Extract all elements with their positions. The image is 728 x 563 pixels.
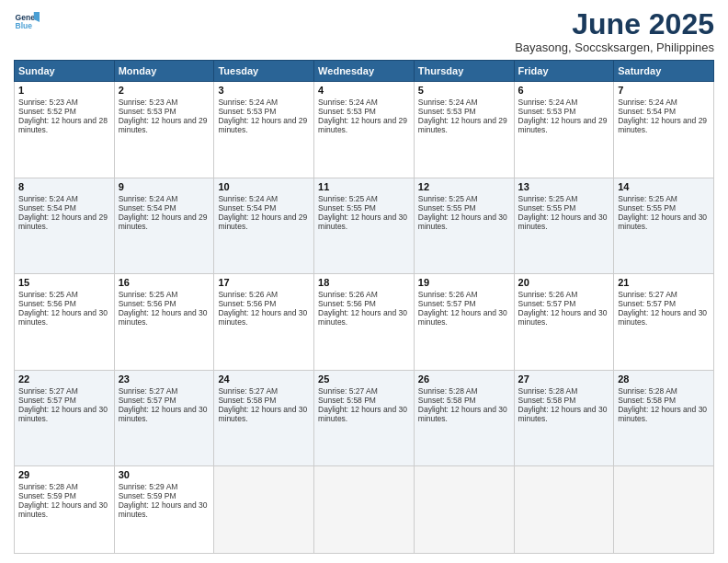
- sunrise-text: Sunrise: 5:27 AM: [18, 386, 110, 396]
- calendar-cell: 14Sunrise: 5:25 AMSunset: 5:55 PMDayligh…: [614, 178, 714, 274]
- sunrise-text: Sunrise: 5:28 AM: [618, 386, 710, 396]
- day-number: 13: [518, 181, 610, 192]
- sunrise-text: Sunrise: 5:27 AM: [318, 386, 410, 396]
- day-number: 16: [119, 277, 210, 288]
- sunset-text: Sunset: 5:56 PM: [318, 299, 410, 308]
- day-number: 5: [418, 85, 510, 96]
- sunset-text: Sunset: 5:55 PM: [518, 203, 610, 213]
- sunrise-text: Sunrise: 5:29 AM: [119, 482, 210, 491]
- calendar-cell: 4Sunrise: 5:24 AMSunset: 5:53 PMDaylight…: [314, 82, 415, 178]
- sunrise-text: Sunrise: 5:28 AM: [18, 482, 110, 491]
- day-number: 18: [318, 277, 410, 288]
- location: Bayasong, Soccsksargen, Philippines: [515, 40, 714, 54]
- daylight-text: Daylight: 12 hours and 29 minutes.: [618, 116, 710, 134]
- calendar-cell: [314, 466, 415, 554]
- day-number: 26: [418, 373, 510, 385]
- day-number: 21: [618, 277, 710, 288]
- calendar-cell: 21Sunrise: 5:27 AMSunset: 5:57 PMDayligh…: [614, 274, 714, 371]
- calendar-cell: 30Sunrise: 5:29 AMSunset: 5:59 PMDayligh…: [114, 466, 214, 554]
- day-number: 24: [218, 373, 310, 385]
- daylight-text: Daylight: 12 hours and 30 minutes.: [318, 308, 410, 327]
- calendar-cell: 10Sunrise: 5:24 AMSunset: 5:54 PMDayligh…: [214, 178, 314, 274]
- calendar-cell: [414, 466, 514, 554]
- calendar-cell: 9Sunrise: 5:24 AMSunset: 5:54 PMDaylight…: [114, 178, 214, 274]
- sunset-text: Sunset: 5:54 PM: [618, 107, 710, 116]
- daylight-text: Daylight: 12 hours and 30 minutes.: [218, 405, 310, 423]
- daylight-text: Daylight: 12 hours and 30 minutes.: [18, 500, 110, 519]
- day-number: 30: [119, 469, 210, 480]
- sunrise-text: Sunrise: 5:26 AM: [318, 290, 410, 299]
- sunrise-text: Sunrise: 5:26 AM: [518, 290, 610, 299]
- calendar-cell: [214, 466, 314, 554]
- sunrise-text: Sunrise: 5:25 AM: [318, 194, 410, 203]
- sunset-text: Sunset: 5:52 PM: [18, 107, 110, 116]
- sunset-text: Sunset: 5:56 PM: [18, 299, 110, 308]
- day-number: 20: [518, 277, 610, 288]
- sunrise-text: Sunrise: 5:23 AM: [119, 98, 210, 107]
- sunset-text: Sunset: 5:58 PM: [618, 396, 710, 405]
- sunset-text: Sunset: 5:56 PM: [119, 299, 210, 308]
- day-number: 14: [618, 181, 710, 192]
- sunrise-text: Sunrise: 5:28 AM: [518, 386, 610, 396]
- sunset-text: Sunset: 5:54 PM: [119, 203, 210, 213]
- daylight-text: Daylight: 12 hours and 29 minutes.: [518, 116, 610, 134]
- daylight-text: Daylight: 12 hours and 29 minutes.: [218, 116, 310, 134]
- sunset-text: Sunset: 5:58 PM: [318, 396, 410, 405]
- sunrise-text: Sunrise: 5:25 AM: [119, 290, 210, 299]
- day-number: 27: [518, 373, 610, 385]
- daylight-text: Daylight: 12 hours and 30 minutes.: [518, 213, 610, 231]
- daylight-text: Daylight: 12 hours and 29 minutes.: [18, 213, 110, 231]
- sunrise-text: Sunrise: 5:26 AM: [418, 290, 510, 299]
- day-number: 3: [218, 85, 310, 96]
- daylight-text: Daylight: 12 hours and 29 minutes.: [318, 116, 410, 134]
- svg-text:Blue: Blue: [16, 21, 33, 30]
- col-header-sunday: Sunday: [15, 61, 115, 82]
- sunrise-text: Sunrise: 5:27 AM: [119, 386, 210, 396]
- sunset-text: Sunset: 5:57 PM: [119, 396, 210, 405]
- daylight-text: Daylight: 12 hours and 30 minutes.: [518, 308, 610, 327]
- sunset-text: Sunset: 5:53 PM: [119, 107, 210, 116]
- daylight-text: Daylight: 12 hours and 29 minutes.: [418, 116, 510, 134]
- sunrise-text: Sunrise: 5:24 AM: [18, 194, 110, 203]
- calendar-cell: 12Sunrise: 5:25 AMSunset: 5:55 PMDayligh…: [414, 178, 514, 274]
- calendar-cell: 27Sunrise: 5:28 AMSunset: 5:58 PMDayligh…: [514, 370, 614, 466]
- sunrise-text: Sunrise: 5:25 AM: [518, 194, 610, 203]
- day-number: 4: [318, 85, 410, 96]
- daylight-text: Daylight: 12 hours and 30 minutes.: [618, 213, 710, 231]
- calendar-cell: 26Sunrise: 5:28 AMSunset: 5:58 PMDayligh…: [414, 370, 514, 466]
- sunrise-text: Sunrise: 5:24 AM: [418, 98, 510, 107]
- sunrise-text: Sunrise: 5:24 AM: [119, 194, 210, 203]
- day-number: 22: [18, 373, 110, 385]
- calendar-cell: 25Sunrise: 5:27 AMSunset: 5:58 PMDayligh…: [314, 370, 415, 466]
- calendar-cell: 16Sunrise: 5:25 AMSunset: 5:56 PMDayligh…: [114, 274, 214, 371]
- day-number: 29: [18, 469, 110, 480]
- sunset-text: Sunset: 5:58 PM: [518, 396, 610, 405]
- calendar-cell: 28Sunrise: 5:28 AMSunset: 5:58 PMDayligh…: [614, 370, 714, 466]
- calendar-cell: 17Sunrise: 5:26 AMSunset: 5:56 PMDayligh…: [214, 274, 314, 371]
- month-title: June 2025: [515, 9, 714, 39]
- daylight-text: Daylight: 12 hours and 30 minutes.: [18, 405, 110, 423]
- sunset-text: Sunset: 5:54 PM: [218, 203, 310, 213]
- col-header-wednesday: Wednesday: [314, 61, 415, 82]
- calendar-cell: 20Sunrise: 5:26 AMSunset: 5:57 PMDayligh…: [514, 274, 614, 371]
- col-header-monday: Monday: [114, 61, 214, 82]
- sunrise-text: Sunrise: 5:25 AM: [418, 194, 510, 203]
- calendar-week-2: 8Sunrise: 5:24 AMSunset: 5:54 PMDaylight…: [15, 178, 714, 274]
- sunrise-text: Sunrise: 5:24 AM: [218, 98, 310, 107]
- calendar-cell: 5Sunrise: 5:24 AMSunset: 5:53 PMDaylight…: [414, 82, 514, 178]
- day-number: 28: [618, 373, 710, 385]
- calendar-cell: 7Sunrise: 5:24 AMSunset: 5:54 PMDaylight…: [614, 82, 714, 178]
- calendar-cell: 6Sunrise: 5:24 AMSunset: 5:53 PMDaylight…: [514, 82, 614, 178]
- daylight-text: Daylight: 12 hours and 30 minutes.: [418, 213, 510, 231]
- calendar-week-1: 1Sunrise: 5:23 AMSunset: 5:52 PMDaylight…: [15, 82, 714, 178]
- daylight-text: Daylight: 12 hours and 30 minutes.: [418, 308, 510, 327]
- sunset-text: Sunset: 5:53 PM: [218, 107, 310, 116]
- calendar-cell: 8Sunrise: 5:24 AMSunset: 5:54 PMDaylight…: [15, 178, 115, 274]
- daylight-text: Daylight: 12 hours and 30 minutes.: [119, 500, 210, 519]
- day-number: 9: [119, 181, 210, 192]
- sunset-text: Sunset: 5:57 PM: [18, 396, 110, 405]
- day-number: 10: [218, 181, 310, 192]
- sunset-text: Sunset: 5:53 PM: [518, 107, 610, 116]
- sunset-text: Sunset: 5:53 PM: [418, 107, 510, 116]
- sunset-text: Sunset: 5:54 PM: [18, 203, 110, 213]
